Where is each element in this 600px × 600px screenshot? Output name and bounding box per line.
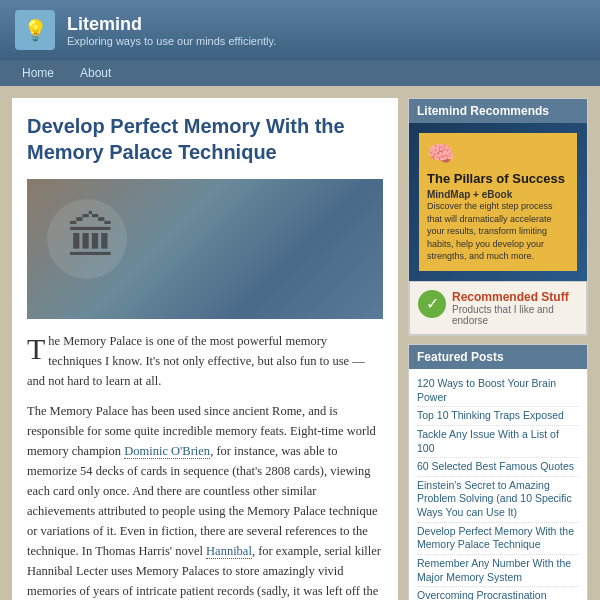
featured-post-item[interactable]: Einstein's Secret to Amazing Problem Sol… xyxy=(417,477,579,523)
pillars-banner-inner: 🧠 The Pillars of Success MindMap + eBook… xyxy=(419,133,577,271)
nav-home[interactable]: Home xyxy=(10,60,66,86)
recommended-stuff-box[interactable]: ✓ Recommended Stuff Products that I like… xyxy=(409,281,587,335)
site-header: 💡 Litemind Exploring ways to use our min… xyxy=(0,0,600,60)
article-image xyxy=(27,179,383,319)
featured-post-item[interactable]: 60 Selected Best Famous Quotes xyxy=(417,458,579,477)
content-wrapper: Develop Perfect Memory With the Memory P… xyxy=(0,86,600,600)
site-title: Litemind xyxy=(67,14,276,35)
checkmark-icon: ✓ xyxy=(418,290,446,318)
hannibal-link[interactable]: Hannibal xyxy=(206,544,252,559)
site-logo-icon: 💡 xyxy=(15,10,55,50)
recommended-stuff-subtitle: Products that I like and endorse xyxy=(452,304,578,326)
pillars-banner[interactable]: 🧠 The Pillars of Success MindMap + eBook… xyxy=(409,123,587,281)
featured-post-item[interactable]: Tackle Any Issue With a List of 100 xyxy=(417,426,579,458)
featured-posts: Featured Posts 120 Ways to Boost Your Br… xyxy=(408,344,588,600)
featured-post-item[interactable]: Develop Perfect Memory With the Memory P… xyxy=(417,523,579,555)
article-para-1: The Memory Palace is one of the most pow… xyxy=(27,331,383,391)
site-tagline: Exploring ways to use our minds efficien… xyxy=(67,35,276,47)
recommended-text: Recommended Stuff Products that I like a… xyxy=(452,290,578,326)
featured-post-item[interactable]: Remember Any Number With the Major Memor… xyxy=(417,555,579,587)
pillars-title: The Pillars of Success xyxy=(427,171,569,186)
brain-icon: 🧠 xyxy=(427,141,569,167)
article-title: Develop Perfect Memory With the Memory P… xyxy=(27,113,383,165)
navigation: Home About xyxy=(0,60,600,86)
recommends-header: Litemind Recommends xyxy=(409,99,587,123)
nav-about[interactable]: About xyxy=(68,60,123,86)
pillars-subtitle: Discover the eight step process that wil… xyxy=(427,200,569,263)
sidebar: Litemind Recommends 🧠 The Pillars of Suc… xyxy=(408,98,588,600)
main-article: Develop Perfect Memory With the Memory P… xyxy=(12,98,398,600)
header-text: Litemind Exploring ways to use our minds… xyxy=(67,14,276,47)
recommends-box: Litemind Recommends 🧠 The Pillars of Suc… xyxy=(408,98,588,336)
featured-posts-header: Featured Posts xyxy=(409,345,587,369)
pillars-subtitle-bold: MindMap + eBook xyxy=(427,189,569,200)
dominic-link[interactable]: Dominic O'Brien xyxy=(124,444,210,459)
featured-post-item[interactable]: Overcoming Procrastination Instantly Usi… xyxy=(417,587,579,600)
featured-post-item[interactable]: Top 10 Thinking Traps Exposed xyxy=(417,407,579,426)
featured-posts-list: 120 Ways to Boost Your Brain PowerTop 10… xyxy=(409,369,587,600)
recommended-stuff-title: Recommended Stuff xyxy=(452,290,578,304)
featured-post-item[interactable]: 120 Ways to Boost Your Brain Power xyxy=(417,375,579,407)
article-para-2: The Memory Palace has been used since an… xyxy=(27,401,383,600)
drop-cap: T xyxy=(27,335,45,362)
